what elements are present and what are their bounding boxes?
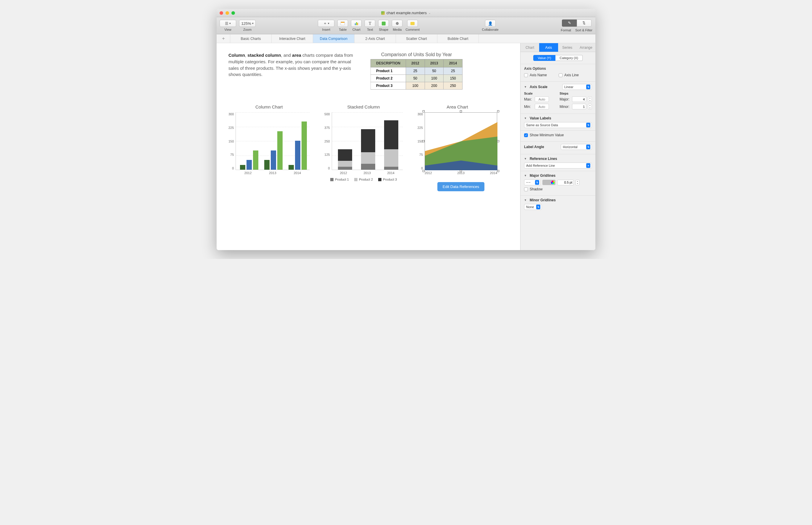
data-table-block: Comparison of Units Sold by Year DESCRIP… [371, 52, 463, 90]
toolbar: ☰ ▾ View 125%▾ Zoom ＋ ▾ Insert Table Cha… [217, 17, 595, 34]
inspector-tab-chart[interactable]: Chart [521, 43, 539, 52]
axis-category-x-button[interactable]: Category (X) [555, 55, 582, 61]
stepper[interactable]: ▴▾ [576, 180, 579, 185]
table-row[interactable]: Product 250100150 [371, 75, 463, 82]
table-title: Comparison of Units Sold by Year [371, 52, 463, 57]
value-labels-heading: Value Labels [530, 116, 551, 120]
chart-title: Column Chart [256, 104, 283, 109]
axis-scale-label: Axis Scale [530, 85, 548, 89]
sort-filter-button[interactable]: ⇅ [577, 19, 592, 27]
steps-major-input[interactable] [572, 96, 586, 102]
stepper[interactable]: ▴▾ [588, 104, 592, 109]
format-button[interactable]: ✎ [562, 19, 577, 27]
table-label: Table [339, 28, 347, 31]
text-label: Text [367, 28, 373, 31]
insert-label: Insert [322, 28, 331, 31]
stacked-column-chart[interactable]: Stacked Column 5003752501250 [324, 104, 403, 181]
major-gridlines-heading: Major Gridlines [530, 174, 555, 178]
axis-options-heading: Axis Options [524, 66, 592, 71]
minimize-window-button[interactable] [226, 11, 229, 15]
insert-button[interactable]: ＋ ▾ [318, 20, 334, 27]
axis-name-checkbox[interactable]: Axis Name [524, 73, 547, 77]
document-title-text: chart example.numbers [387, 11, 427, 15]
table-row[interactable]: Product 3100200250 [371, 82, 463, 90]
document-icon [381, 11, 385, 15]
show-min-value-checkbox[interactable]: ✓Show Minimum Value [524, 133, 592, 137]
disclosure-icon[interactable]: ▼ [524, 174, 527, 177]
label-angle-select[interactable]: Horizontal⇅ [561, 144, 592, 150]
media-label: Media [393, 28, 402, 31]
media-button[interactable]: ❁ [392, 20, 403, 27]
axis-value-y-button[interactable]: Value (Y) [533, 55, 555, 61]
gridline-width-input[interactable] [557, 180, 574, 185]
inspector-tab-series[interactable]: Series [558, 43, 577, 52]
label-angle-label: Label Angle [524, 145, 544, 149]
gridline-color-well[interactable] [542, 180, 555, 185]
sheet-tabs: ＋ Basic Charts Interactive Chart Data Co… [217, 34, 595, 43]
app-window: chart example.numbers ⌄ ☰ ▾ View 125%▾ Z… [217, 9, 595, 250]
close-window-button[interactable] [220, 11, 223, 15]
disclosure-icon[interactable]: ▼ [524, 199, 527, 201]
tab-scatter-chart[interactable]: Scatter Chart [396, 34, 437, 43]
chart-title: Stacked Column [347, 104, 380, 109]
add-sheet-button[interactable]: ＋ [217, 34, 230, 43]
zoom-value: 125% [241, 21, 251, 26]
table-header: 2012 [406, 59, 425, 68]
chevron-down-icon: ⌄ [429, 12, 431, 14]
text-button[interactable]: T [365, 20, 375, 27]
zoom-window-button[interactable] [231, 11, 235, 15]
tab-2-axis-chart[interactable]: 2-Axis Chart [354, 34, 396, 43]
table-button[interactable] [337, 20, 348, 27]
axis-line-checkbox[interactable]: Axis Line [559, 73, 579, 77]
disclosure-icon[interactable]: ▼ [524, 157, 527, 160]
intro-text: Column, stacked column, and area charts … [229, 52, 359, 78]
column-chart[interactable]: Column Chart 300225150750 [229, 104, 309, 175]
canvas[interactable]: Column, stacked column, and area charts … [217, 43, 520, 250]
scale-min-input[interactable] [535, 104, 549, 109]
add-reference-line-select[interactable]: Add Reference Line▾ [524, 163, 592, 168]
table-header: 2013 [425, 59, 444, 68]
tab-interactive-chart[interactable]: Interactive Chart [272, 34, 313, 43]
reference-lines-heading: Reference Lines [530, 157, 557, 161]
scale-label: Scale [524, 92, 551, 95]
shape-label: Shape [379, 28, 388, 31]
steps-label: Steps [560, 92, 592, 95]
table-row[interactable]: Product 1255025 [371, 68, 463, 75]
document-title[interactable]: chart example.numbers ⌄ [381, 11, 431, 15]
collaborate-label: Collaborate [482, 28, 498, 31]
disclosure-icon[interactable]: ▼ [524, 86, 527, 88]
view-label: View [224, 28, 231, 31]
minor-gridlines-heading: Minor Gridlines [530, 198, 556, 202]
data-table[interactable]: DESCRIPTION 2012 2013 2014 Product 12550… [371, 59, 463, 90]
format-inspector: Chart Axis Series Arrange Value (Y) Cate… [520, 43, 595, 250]
scale-max-input[interactable] [535, 96, 549, 102]
edit-data-references-button[interactable]: Edit Data References [437, 182, 485, 191]
format-label: Format [561, 28, 571, 32]
tab-data-comparison[interactable]: Data Comparison [313, 34, 354, 43]
comment-button[interactable] [407, 20, 418, 27]
view-button[interactable]: ☰ ▾ [220, 20, 236, 27]
inspector-tab-axis[interactable]: Axis [539, 43, 558, 52]
chart-title: Area Chart [447, 104, 468, 109]
shape-button[interactable] [378, 20, 389, 27]
chart-button[interactable] [351, 20, 362, 27]
tab-basic-charts[interactable]: Basic Charts [230, 34, 272, 43]
disclosure-icon[interactable]: ▼ [524, 117, 527, 120]
table-header: 2014 [444, 59, 463, 68]
chart-legend: Product 1 Product 2 Product 3 [330, 178, 397, 181]
steps-minor-input[interactable] [572, 104, 586, 109]
titlebar: chart example.numbers ⌄ [217, 9, 595, 17]
area-chart[interactable]: Area Chart 300225150750 [418, 104, 497, 191]
tab-bubble-chart[interactable]: Bubble Chart [437, 34, 479, 43]
value-labels-select[interactable]: Same as Source Data⇅ [524, 122, 592, 128]
shadow-checkbox[interactable]: Shadow [524, 187, 592, 191]
collaborate-button[interactable]: 👤 [485, 20, 496, 27]
zoom-button[interactable]: 125%▾ [239, 20, 256, 27]
minor-gridline-select[interactable]: None⇅ [524, 204, 542, 210]
chart-label: Chart [352, 28, 360, 31]
axis-scale-select[interactable]: Linear⇅ [562, 84, 592, 90]
comment-label: Comment [405, 28, 420, 31]
stepper[interactable]: ▴▾ [588, 96, 592, 102]
inspector-tab-arrange[interactable]: Arrange [577, 43, 595, 52]
gridline-style-select[interactable]: ┄┄⇅ [524, 179, 541, 185]
